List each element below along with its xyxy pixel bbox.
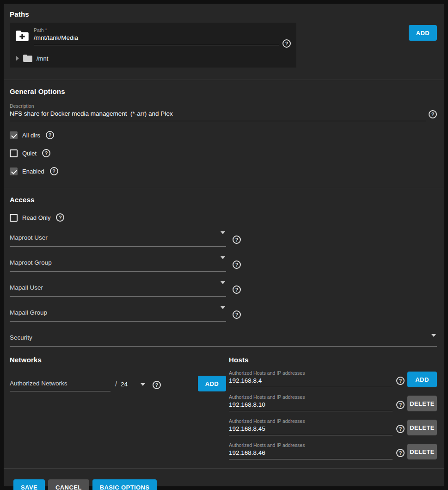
network-add-button[interactable]: ADD [198, 376, 226, 391]
folder-icon [23, 54, 33, 62]
section-divider [4, 80, 444, 80]
all-dirs-row: All dirs ? [10, 131, 437, 139]
host-help-icon[interactable]: ? [396, 401, 405, 409]
network-help-icon[interactable]: ? [153, 381, 161, 389]
chevron-down-icon [431, 334, 436, 337]
read-only-label: Read Only [22, 214, 50, 221]
host-input[interactable]: Authorized Hosts and IP addresses 192.16… [229, 394, 393, 411]
host-row: Authorized Hosts and IP addresses 192.16… [229, 394, 437, 411]
host-help-icon[interactable]: ? [396, 377, 405, 385]
maproot-user-row: Maproot User ? [10, 231, 437, 247]
hosts-section: Hosts Authorized Hosts and IP addresses … [229, 356, 437, 466]
paths-section-title: Paths [10, 10, 437, 18]
section-divider [4, 188, 444, 188]
cidr-separator: / [115, 380, 117, 388]
mapall-group-row: Mapall Group ? [10, 306, 437, 322]
path-input[interactable]: Path * /mnt/tank/Media [34, 27, 279, 45]
enabled-checkbox[interactable] [10, 167, 18, 175]
mapall-group-help-icon[interactable]: ? [233, 310, 241, 319]
security-row: Security [10, 331, 437, 347]
mapall-user-select[interactable]: Mapall User [10, 281, 226, 297]
read-only-checkbox[interactable] [10, 214, 18, 222]
authorized-networks-input[interactable]: Authorized Networks [10, 379, 110, 391]
quiet-checkbox[interactable] [10, 149, 18, 157]
security-select[interactable]: Security [10, 331, 437, 347]
path-explorer-card: Path * /mnt/tank/Media ? /mnt [10, 23, 296, 68]
description-help-icon[interactable]: ? [429, 110, 437, 118]
hosts-section-title: Hosts [229, 356, 437, 364]
all-dirs-label: All dirs [22, 132, 40, 139]
mapall-group-select[interactable]: Mapall Group [10, 306, 226, 322]
enabled-help-icon[interactable]: ? [50, 167, 58, 175]
read-only-help-icon[interactable]: ? [56, 213, 64, 222]
access-section-title: Access [10, 196, 437, 204]
host-delete-button[interactable]: DELETE [407, 444, 437, 459]
cidr-prefix-select[interactable]: 24 [121, 381, 128, 388]
general-options-title: General Options [10, 87, 437, 95]
chevron-down-icon [221, 281, 225, 284]
enabled-label: Enabled [22, 168, 44, 175]
path-help-icon[interactable]: ? [282, 39, 291, 48]
maproot-group-help-icon[interactable]: ? [233, 261, 241, 269]
read-only-row: Read Only ? [10, 213, 437, 222]
maproot-group-select[interactable]: Maproot Group [10, 256, 226, 272]
maproot-group-row: Maproot Group ? [10, 256, 437, 272]
host-help-icon[interactable]: ? [396, 425, 405, 433]
mapall-user-row: Mapall User ? [10, 281, 437, 297]
host-input[interactable]: Authorized Hosts and IP addresses 192.16… [229, 370, 393, 387]
general-options-section: General Options Description NFS share fo… [10, 87, 437, 188]
all-dirs-help-icon[interactable]: ? [46, 131, 54, 139]
quiet-row: Quiet ? [10, 149, 437, 157]
host-delete-button[interactable]: DELETE [407, 396, 437, 411]
chevron-down-icon [221, 231, 225, 234]
chevron-down-icon [221, 306, 225, 309]
enabled-row: Enabled ? [10, 167, 437, 175]
maproot-user-select[interactable]: Maproot User [10, 231, 226, 247]
maproot-user-help-icon[interactable]: ? [233, 236, 241, 244]
networks-section: Networks Authorized Networks / 24 ? ADD [10, 356, 229, 466]
quiet-help-icon[interactable]: ? [42, 149, 50, 157]
host-add-button[interactable]: ADD [407, 372, 437, 387]
chevron-down-icon [221, 256, 225, 259]
tree-node-mnt[interactable]: /mnt [16, 54, 291, 62]
path-input-value: /mnt/tank/Media [34, 34, 279, 45]
access-section: Access Read Only ? Maproot User ? Maproo… [10, 196, 437, 348]
description-value: NFS share for Docker media management (*… [10, 110, 426, 121]
folder-add-icon[interactable] [15, 30, 29, 43]
host-row: Authorized Hosts and IP addresses 192.16… [229, 418, 437, 435]
networks-section-title: Networks [10, 356, 226, 364]
host-delete-button[interactable]: DELETE [407, 420, 437, 435]
description-label: Description [10, 103, 426, 109]
host-input[interactable]: Authorized Hosts and IP addresses 192.16… [229, 442, 393, 459]
path-input-label: Path * [34, 27, 279, 33]
basic-options-button[interactable]: BASIC OPTIONS [92, 479, 157, 490]
host-help-icon[interactable]: ? [396, 449, 405, 457]
host-row: Authorized Hosts and IP addresses 192.16… [229, 442, 437, 459]
quiet-label: Quiet [22, 150, 37, 157]
host-row: Authorized Hosts and IP addresses 192.16… [229, 370, 437, 387]
tree-node-label: /mnt [37, 55, 48, 62]
footer-actions: SAVE CANCEL BASIC OPTIONS [10, 469, 437, 490]
expand-arrow-icon[interactable] [16, 56, 19, 61]
cancel-button[interactable]: CANCEL [48, 479, 89, 490]
nfs-share-form-page: Paths Path * /mnt/tank/Media [0, 0, 448, 490]
paths-add-button[interactable]: ADD [409, 25, 437, 41]
save-button[interactable]: SAVE [13, 479, 45, 490]
chevron-down-icon[interactable] [141, 383, 145, 386]
description-input[interactable]: Description NFS share for Docker media m… [10, 103, 426, 121]
host-input[interactable]: Authorized Hosts and IP addresses 192.16… [229, 418, 393, 435]
nfs-share-form-panel: Paths Path * /mnt/tank/Media [4, 4, 444, 486]
mapall-user-help-icon[interactable]: ? [233, 285, 241, 294]
paths-section: Paths Path * /mnt/tank/Media [10, 10, 437, 68]
all-dirs-checkbox[interactable] [10, 131, 18, 139]
authorized-network-row: Authorized Networks / 24 ? ADD [10, 376, 226, 391]
